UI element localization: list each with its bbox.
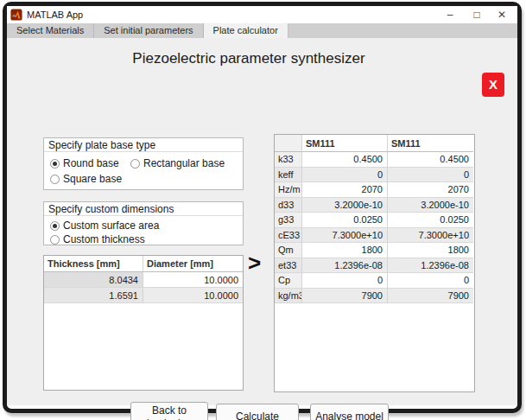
tab-plate-calculator[interactable]: Plate calculator xyxy=(204,23,288,38)
parameter-label: kg/m3 xyxy=(275,289,302,304)
panel-close-button[interactable]: X xyxy=(482,73,504,97)
parameter-label: g33 xyxy=(275,213,302,228)
parameter-value: 3.2000e-10 xyxy=(302,198,388,213)
parameter-label: Qm xyxy=(275,243,302,258)
tab-content: Piezoelectric parameter synthesizer X Sp… xyxy=(7,38,517,405)
calculate-button[interactable]: Calculate xyxy=(216,404,299,420)
radio-square-base[interactable]: Square base xyxy=(50,173,122,185)
radio-label: Custom surface area xyxy=(63,220,159,232)
parameter-label: keff xyxy=(275,168,302,183)
radio-label: Round base xyxy=(63,157,119,169)
analyse-model-button[interactable]: Analyse model xyxy=(310,404,389,420)
column-header: Diameter [mm] xyxy=(143,256,243,272)
parameter-row: Qm18001800 xyxy=(275,243,474,258)
parameter-row: d333.2000e-103.2000e-10 xyxy=(275,198,474,213)
material-column-header: SM111 xyxy=(302,135,388,152)
parameter-label: et33 xyxy=(275,258,302,274)
dimension-cell[interactable]: 1.6591 xyxy=(44,288,143,303)
table-row: 8.043410.0000 xyxy=(44,272,243,288)
title-bar: MATLAB App – □ ✕ xyxy=(7,6,517,23)
material-parameters-table: SM111SM111k330.45000.4500keff00Hz/m20702… xyxy=(274,134,475,392)
radio-custom-surface-area[interactable]: Custom surface area xyxy=(50,220,159,232)
parameter-value: 7.3000e+10 xyxy=(388,228,473,244)
matlab-icon xyxy=(10,9,22,21)
parameter-row: g330.02500.0250 xyxy=(275,213,474,228)
radio-circle-icon xyxy=(50,221,60,231)
radio-rectangular-base[interactable]: Rectangular base xyxy=(130,157,225,169)
parameter-value: 0.0250 xyxy=(388,213,473,228)
parameter-label: k33 xyxy=(275,152,302,168)
column-header: Thickness [mm] xyxy=(44,256,143,272)
parameter-row: kg/m379007900 xyxy=(275,289,474,304)
radio-circle-icon xyxy=(50,159,60,169)
parameter-value: 0.0250 xyxy=(302,213,388,228)
radio-label: Square base xyxy=(63,173,122,185)
parameter-label: Hz/m xyxy=(275,182,302,198)
corner-header xyxy=(275,135,302,152)
radio-label: Rectangular base xyxy=(143,157,225,169)
parameter-value: 7900 xyxy=(302,289,388,304)
parameter-row: Cp00 xyxy=(275,273,474,289)
parameter-value: 0 xyxy=(302,168,388,183)
material-column-header: SM111 xyxy=(388,135,473,152)
parameter-row: k330.45000.4500 xyxy=(275,152,474,168)
parameter-value: 2070 xyxy=(302,182,388,198)
radio-circle-icon xyxy=(50,175,60,184)
parameter-value: 1.2396e-08 xyxy=(388,258,473,274)
parameter-row: et331.2396e-081.2396e-08 xyxy=(275,258,474,274)
window-title: MATLAB App xyxy=(27,10,83,20)
parameter-value: 0 xyxy=(302,273,388,289)
parameter-value: 2070 xyxy=(388,182,473,198)
page-title: Piezoelectric parameter synthesizer xyxy=(59,50,439,67)
plate-base-type-panel: Specify plate base type Round baseRectan… xyxy=(43,137,244,190)
table-row: 1.659110.0000 xyxy=(44,288,243,303)
app-window-frame: MATLAB App – □ ✕ Select MaterialsSet ini… xyxy=(3,2,522,413)
parameter-row: cE337.3000e+107.3000e+10 xyxy=(275,228,474,244)
dimension-cell[interactable]: 10.0000 xyxy=(143,272,243,288)
dimension-cell[interactable]: 10.0000 xyxy=(143,288,243,303)
parameter-value: 7.3000e+10 xyxy=(302,228,388,244)
custom-dimensions-panel: Specify custom dimensions Custom surface… xyxy=(43,201,244,245)
tab-bar: Select MaterialsSet initial parametersPl… xyxy=(7,23,517,38)
window-close-button[interactable]: ✕ xyxy=(490,6,514,23)
radio-custom-thickness[interactable]: Custom thickness xyxy=(50,233,145,245)
parameter-value: 7900 xyxy=(388,289,473,304)
back-to-beginning-button[interactable]: Back to beginning xyxy=(130,402,208,420)
maximize-button[interactable]: □ xyxy=(465,6,489,23)
radio-label: Custom thickness xyxy=(63,233,145,245)
panel-title: Specify plate base type xyxy=(44,138,243,152)
radio-circle-icon xyxy=(50,235,60,245)
parameter-label: d33 xyxy=(275,198,302,213)
parameter-value: 3.2000e-10 xyxy=(388,198,473,213)
parameter-value: 1800 xyxy=(388,243,473,258)
parameter-value: 0 xyxy=(388,273,473,289)
panel-title: Specify custom dimensions xyxy=(44,202,243,216)
tab-select-materials[interactable]: Select Materials xyxy=(7,23,94,38)
radio-circle-icon xyxy=(130,159,140,169)
parameter-row: keff00 xyxy=(275,168,474,183)
tab-set-initial-parameters[interactable]: Set initial parameters xyxy=(94,23,203,38)
transfer-arrow: > xyxy=(248,250,261,277)
parameter-row: Hz/m20702070 xyxy=(275,182,474,198)
radio-round-base[interactable]: Round base xyxy=(50,157,119,169)
parameter-label: cE33 xyxy=(275,228,302,244)
dimension-cell[interactable]: 8.0434 xyxy=(44,272,143,288)
parameter-value: 0.4500 xyxy=(388,152,473,168)
parameter-value: 1800 xyxy=(302,243,388,258)
minimize-button[interactable]: – xyxy=(438,6,462,23)
dimensions-table: Thickness [mm]Diameter [mm]8.043410.0000… xyxy=(43,255,244,391)
parameter-value: 0.4500 xyxy=(302,152,388,168)
parameter-label: Cp xyxy=(275,273,302,289)
parameter-value: 1.2396e-08 xyxy=(302,258,388,274)
parameter-value: 0 xyxy=(388,168,473,183)
